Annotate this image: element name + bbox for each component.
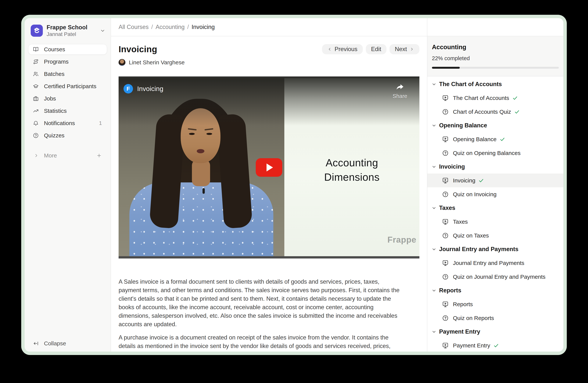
video-lesson-icon <box>442 342 449 349</box>
bell-icon <box>33 120 39 126</box>
sidebar-item-label: Jobs <box>44 95 102 102</box>
sidebar: Frappe School Jannat Patel CoursesProgra… <box>25 18 111 352</box>
sidebar-item-batches[interactable]: Batches <box>28 69 107 79</box>
chevron-down-icon <box>432 288 437 293</box>
school-name: Frappe School <box>47 24 99 31</box>
chapter-row[interactable]: Invoicing <box>427 160 563 173</box>
lesson-row[interactable]: Taxes <box>427 215 563 229</box>
lesson-row[interactable]: Payment Entry <box>427 339 563 352</box>
edit-label: Edit <box>371 46 381 53</box>
breadcrumb-current: Invoicing <box>191 24 215 30</box>
chapter-row[interactable]: The Chart of Accounts <box>427 77 563 91</box>
chevron-down-icon <box>432 164 437 169</box>
sidebar-item-label: Quizzes <box>44 132 102 139</box>
lesson-row[interactable]: Quiz on Invoicing <box>427 187 563 201</box>
chapter-row[interactable]: Reports <box>427 284 563 297</box>
chapter-title: The Chart of Accounts <box>439 81 502 88</box>
frappe-channel-icon[interactable]: F <box>124 84 133 94</box>
video-channel-row[interactable]: F Invoicing <box>124 84 163 94</box>
lesson-title: Chart of Accounts Quiz <box>453 109 511 115</box>
lesson-nav-buttons: Previous Edit Next <box>322 44 420 54</box>
lesson-row[interactable]: The Chart of Accounts <box>427 91 563 105</box>
article-paragraph: A purchase invoice is a document created… <box>119 333 401 352</box>
sidebar-item-courses[interactable]: Courses <box>28 44 107 55</box>
check-icon <box>512 95 518 101</box>
lesson-title: Payment Entry <box>453 342 490 349</box>
course-title: Accounting <box>432 43 559 51</box>
school-switcher[interactable]: Frappe School Jannat Patel <box>25 18 111 38</box>
chapter-row[interactable]: Journal Entry and Payments <box>427 242 563 256</box>
briefcase-icon <box>33 96 39 101</box>
share-button[interactable]: Share <box>393 84 407 99</box>
sidebar-item-more[interactable]: More <box>28 151 107 161</box>
course-outline: Accounting 22% completed The Chart of Ac… <box>427 18 563 352</box>
quiz-icon <box>442 315 449 322</box>
users-icon <box>33 71 39 77</box>
sidebar-item-quizzes[interactable]: Quizzes <box>28 130 107 141</box>
chapter-title: Opening Balance <box>439 122 487 129</box>
video-top-edge <box>119 77 420 78</box>
video-player[interactable]: Accounting Dimensions Frappe F Invoicing <box>119 77 420 258</box>
frappe-school-logo-icon <box>31 25 43 37</box>
progress-label: 22% completed <box>432 55 559 61</box>
chapter-title: Invoicing <box>439 163 465 170</box>
chevron-left-icon <box>327 47 332 52</box>
chapter-row[interactable]: Opening Balance <box>427 119 563 132</box>
breadcrumb-accounting[interactable]: Accounting <box>156 24 185 30</box>
plus-icon[interactable] <box>96 153 102 158</box>
school-user: Jannat Patel <box>47 31 99 38</box>
quiz-icon <box>442 150 449 156</box>
lesson-title: Quiz on Invoicing <box>453 191 497 198</box>
collapse-arrow-icon <box>33 341 39 346</box>
sidebar-item-notifications[interactable]: Notifications1 <box>28 118 107 128</box>
page-title: Invoicing <box>119 44 157 54</box>
chevron-down-icon <box>432 329 437 334</box>
article-paragraph: A Sales invoice is a formal document sen… <box>119 277 401 328</box>
lesson-title: Opening Balance <box>453 136 497 142</box>
previous-label: Previous <box>335 46 357 53</box>
help-circle-icon <box>33 133 39 138</box>
video-lesson-icon <box>442 177 449 184</box>
sidebar-item-label: Notifications <box>44 120 99 126</box>
video-bottom-bar <box>119 256 420 258</box>
next-button[interactable]: Next <box>389 44 420 54</box>
play-button[interactable] <box>256 158 282 177</box>
sidebar-item-statistics[interactable]: Statistics <box>28 106 107 116</box>
lesson-title: Quiz on Taxes <box>453 232 489 239</box>
lesson-row[interactable]: Quiz on Taxes <box>427 229 563 242</box>
lesson-article: A Sales invoice is a formal document sen… <box>119 277 420 352</box>
lesson-row[interactable]: Quiz on Reports <box>427 311 563 325</box>
breadcrumb-all-courses[interactable]: All Courses <box>119 24 149 30</box>
trending-up-icon <box>33 108 39 114</box>
lesson-row[interactable]: Journal Entry and Payments <box>427 256 563 270</box>
graduation-cap-icon <box>33 83 39 89</box>
sidebar-item-label: Programs <box>44 58 102 65</box>
video-title[interactable]: Invoicing <box>137 85 163 93</box>
collapse-button[interactable]: Collapse <box>28 338 107 348</box>
lesson-row[interactable]: Reports <box>427 297 563 311</box>
chevron-down-icon <box>432 123 437 128</box>
author-avatar <box>119 59 126 66</box>
sidebar-item-jobs[interactable]: Jobs <box>28 94 107 104</box>
next-label: Next <box>395 46 407 53</box>
lesson-row[interactable]: Quiz on Opening Balances <box>427 146 563 160</box>
chapter-row[interactable]: Payment Entry <box>427 325 563 339</box>
breadcrumb: All Courses / Accounting / Invoicing <box>111 18 427 36</box>
sidebar-item-label: Certified Participants <box>44 83 102 90</box>
lesson-row[interactable]: Opening Balance <box>427 132 563 146</box>
video-lesson-icon <box>442 260 449 267</box>
chapter-title: Journal Entry and Payments <box>439 246 519 253</box>
lesson-row[interactable]: Quiz on Journal Entry and Payments <box>427 270 563 284</box>
lesson-row-active[interactable]: Invoicing <box>427 173 563 187</box>
sidebar-item-label: Batches <box>44 71 102 77</box>
previous-button[interactable]: Previous <box>322 44 363 54</box>
edit-button[interactable]: Edit <box>366 44 386 54</box>
chevron-down-icon <box>432 206 437 211</box>
sidebar-item-certified-participants[interactable]: Certified Participants <box>28 81 107 91</box>
sidebar-item-programs[interactable]: Programs <box>28 57 107 67</box>
lesson-row[interactable]: Chart of Accounts Quiz <box>427 105 563 119</box>
lesson-title: Reports <box>453 301 473 307</box>
chapter-row[interactable]: Taxes <box>427 201 563 215</box>
quiz-icon <box>442 108 449 115</box>
play-icon <box>267 164 273 172</box>
